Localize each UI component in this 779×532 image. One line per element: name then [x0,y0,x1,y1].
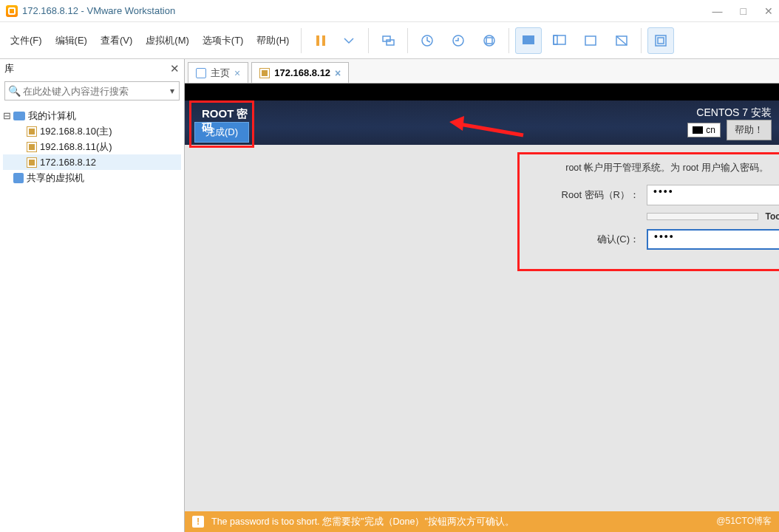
vm-icon [27,126,37,137]
vm-icon [27,142,37,152]
menu-tabs[interactable]: 选项卡(T) [197,30,250,52]
svg-rect-14 [656,35,666,46]
svg-rect-7 [486,38,492,44]
quick-switch-button[interactable] [647,27,674,54]
tree-node-vm[interactable]: 192.168.8.10(主) [3,123,181,139]
svg-rect-15 [658,38,664,44]
tree-node-my-computer[interactable]: ⊟ 我的计算机 [3,108,181,123]
view-unity-button[interactable] [546,27,573,54]
view-console-button[interactable] [515,27,542,54]
password-strength-label: Too short [766,211,779,222]
svg-line-13 [616,36,627,45]
vm-tree: ⊟ 我的计算机 192.168.8.10(主) 192.168.8.11(从) … [0,103,184,190]
warning-bar: ! The password is too short. 您需要按"完成（Don… [185,511,779,532]
home-icon [196,68,206,78]
app-icon [6,5,18,17]
tabstrip: 主页 × 172.168.8.12 × [185,59,779,83]
svg-point-6 [484,35,494,46]
tree-node-vm-selected[interactable]: 172.168.8.12 [3,154,181,170]
page-heading: ROOT 密码 [202,107,252,135]
tree-node-vm[interactable]: 192.168.8.11(从) [3,139,181,154]
svg-marker-17 [449,116,464,131]
svg-rect-8 [523,35,534,44]
menu-view[interactable]: 查看(V) [95,30,138,52]
annotation-box-done: ROOT 密码 完成(D) [189,100,254,148]
svg-rect-10 [554,35,557,44]
snapshot-button[interactable] [414,27,440,54]
svg-rect-11 [585,36,596,45]
pause-button[interactable] [307,27,334,54]
vm-viewport[interactable]: ROOT 密码 完成(D) CENTOS 7 安装 cn 帮助！ [185,83,779,532]
sidebar-title: 库 [4,62,14,75]
annotation-box-form: root 帐户用于管理系统。为 root 用户输入密码。 Root 密码（R）：… [517,152,779,271]
menu-help[interactable]: 帮助(H) [251,30,295,52]
help-button[interactable]: 帮助！ [727,120,772,140]
tab-home[interactable]: 主页 × [188,62,248,83]
tree-node-shared[interactable]: 共享的虚拟机 [3,170,181,185]
computer-icon [13,112,25,120]
svg-rect-0 [316,35,319,46]
search-icon: 🔍 [5,85,23,97]
tab-close-icon[interactable]: × [335,67,341,79]
send-button[interactable] [375,27,401,54]
root-password-input[interactable]: •••• [647,185,779,205]
tab-active-vm[interactable]: 172.168.8.12 × [251,62,349,83]
root-password-label: Root 密码（R）： [528,188,639,202]
search-box[interactable]: 🔍 ▾ [4,81,180,100]
dropdown-toolbar[interactable] [336,27,362,54]
content-area: 主页 × 172.168.8.12 × ROOT 密码 完成(D) CENTOS… [185,59,779,532]
maximize-button[interactable]: □ [741,5,746,17]
svg-rect-9 [554,35,565,44]
watermark: @51CTO博客 [716,515,772,528]
keyboard-icon [693,126,703,134]
manage-snapshot-button[interactable] [476,27,503,54]
confirm-password-label: 确认(C)： [528,233,639,246]
menu-vm[interactable]: 虚拟机(M) [140,30,195,52]
product-title: CENTOS 7 安装 [696,106,772,120]
vm-icon [27,157,37,168]
svg-rect-1 [322,35,325,46]
close-button[interactable]: ✕ [764,5,773,17]
menubar: 文件(F) 编辑(E) 查看(V) 虚拟机(M) 选项卡(T) 帮助(H) [0,22,779,59]
titlebar: 172.168.8.12 - VMware Workstation — □ ✕ [0,0,779,22]
tab-close-icon[interactable]: × [234,67,240,79]
confirm-password-input[interactable]: •••• [647,229,779,250]
search-input[interactable] [23,86,166,97]
menu-file[interactable]: 文件(F) [4,30,48,52]
password-strength-bar [647,213,758,220]
annotation-arrow [449,116,531,148]
vm-letterbox [185,83,779,100]
keyboard-layout-button[interactable]: cn [687,123,721,137]
fullscreen-button[interactable] [577,27,604,54]
minimize-button[interactable]: — [712,5,723,17]
shared-icon [13,173,24,183]
window-title: 172.168.8.12 - VMware Workstation [22,5,175,16]
sidebar-close-button[interactable]: ✕ [170,62,180,75]
svg-line-16 [455,123,523,135]
sidebar: 库 ✕ 🔍 ▾ ⊟ 我的计算机 192.168.8.10(主) 192.168.… [0,59,185,532]
vm-icon [259,68,270,78]
warning-text: The password is too short. 您需要按"完成（Done）… [211,516,514,528]
stretch-button[interactable] [608,27,635,54]
warning-icon: ! [192,516,204,528]
search-dropdown-icon[interactable]: ▾ [166,86,179,96]
menu-edit[interactable]: 编辑(E) [50,30,93,52]
revert-button[interactable] [445,27,472,54]
form-description: root 帐户用于管理系统。为 root 用户输入密码。 [528,162,779,174]
